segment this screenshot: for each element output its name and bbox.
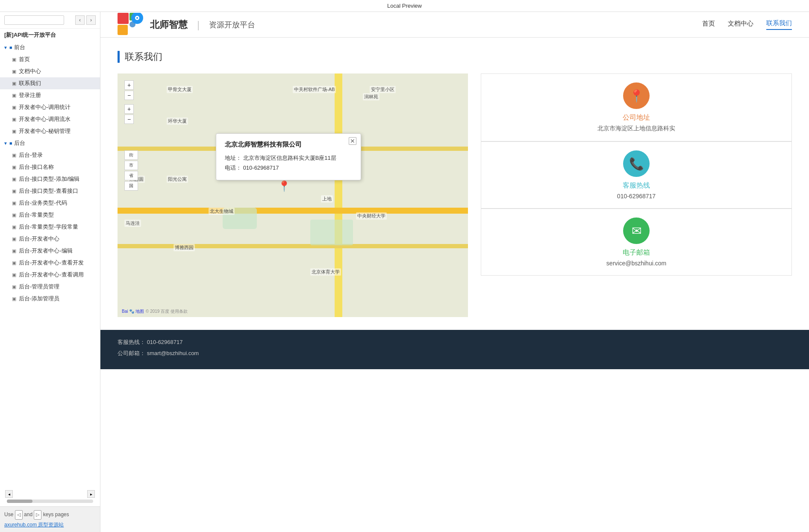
sidebar-item-label: 后台-开发者中心: [19, 235, 59, 243]
zoom-out-button[interactable]: −: [124, 91, 134, 100]
sidebar-item-admin-dev[interactable]: ▣ 后台-开发者中心: [0, 233, 100, 245]
sidebar-item-label: 后台-常量类型: [19, 211, 54, 219]
map-background: 甲骨文大厦 中关村软件广场-AB 安宁里小区 环华大厦 国际软件大厦-2区 东园…: [118, 73, 468, 317]
sidebar-item-admin-dev-view[interactable]: ▣ 后台-开发者中心-查看开发: [0, 257, 100, 269]
page-icon: ▣: [12, 272, 16, 278]
zoom-plus-button[interactable]: +: [124, 104, 134, 114]
sidebar-item-label: 文档中心: [19, 68, 41, 75]
group-icon: ■: [9, 141, 12, 146]
phone-card-label: 客服热线: [623, 181, 650, 190]
map-type-country[interactable]: 国: [124, 181, 138, 191]
page-icon: ▣: [12, 57, 16, 62]
zoom-minus-button[interactable]: −: [124, 115, 134, 124]
nav-home[interactable]: 首页: [702, 20, 715, 29]
map-label-13: 北京体育大学: [310, 268, 341, 276]
zoom-in-button[interactable]: +: [124, 80, 134, 90]
sidebar-item-admin-login[interactable]: ▣ 后台-登录: [0, 149, 100, 161]
axure-link[interactable]: axurehub.com 原型资源站: [4, 522, 64, 528]
sidebar-item-dev-secret[interactable]: ▣ 开发者中心-秘钥管理: [0, 125, 100, 137]
baidu-logo: Bai 🐾 地图: [122, 309, 144, 314]
footer-email: 公司邮箱： smart@bszhihui.com: [118, 350, 199, 357]
map-type-district[interactable]: 市: [124, 161, 138, 170]
hint-keys: keys: [43, 511, 54, 517]
sidebar-group-frontend[interactable]: ▼ ■ 前台: [0, 41, 100, 53]
sidebar-item-admin-api-view[interactable]: ▣ 后台-接口类型-查看接口: [0, 185, 100, 197]
sidebar-item-label: 后台-开发者中心-编辑: [19, 247, 73, 255]
nav-docs[interactable]: 文档中心: [728, 20, 753, 29]
content-area: 北师智慧 | 资源开放平台 首页 文档中心 联系我们 联系我们: [100, 12, 809, 532]
map-type-province[interactable]: 省: [124, 171, 138, 180]
search-input[interactable]: [4, 15, 64, 25]
sidebar-item-login[interactable]: ▣ 登录注册: [0, 89, 100, 101]
map-label-14: 润林苑: [363, 93, 379, 100]
address-card-value: 北京市海淀区上地信息路科实: [597, 125, 675, 132]
sidebar-scrollbar-thumb[interactable]: [7, 500, 32, 503]
sidebar-item-label: 后台-登录: [19, 151, 43, 159]
scroll-right-btn[interactable]: ▸: [87, 490, 95, 498]
main-layout: ‹ › [新]API统一开放平台 ▼ ■ 前台 ▣ 首页 ▣ 文档中心 ▣ 联: [0, 12, 809, 532]
map-type-street[interactable]: 街: [124, 150, 138, 160]
map-area[interactable]: 甲骨文大厦 中关村软件广场-AB 安宁里小区 环华大厦 国际软件大厦-2区 东园…: [118, 73, 468, 317]
map-label-12: 中央财经大学: [356, 212, 387, 220]
page-icon: ▣: [12, 188, 16, 194]
hint-and: and: [24, 511, 32, 517]
map-popup-phone: 电话： 010-62968717: [225, 163, 352, 173]
email-card-value: service@bszhihui.com: [606, 260, 666, 267]
page-icon: ▣: [12, 224, 16, 230]
sidebar-item-contact[interactable]: ▣ 联系我们: [0, 77, 100, 89]
scroll-left-btn[interactable]: ◂: [5, 490, 13, 498]
map-zoom-controls: + − + −: [124, 80, 134, 124]
sidebar-item-admin-add-mgr[interactable]: ▣ 后台-添加管理员: [0, 293, 100, 305]
page-icon: ▣: [12, 212, 16, 218]
nav-contact[interactable]: 联系我们: [766, 19, 792, 30]
map-park3: [310, 220, 353, 245]
page-icon: ▣: [12, 200, 16, 206]
sidebar: ‹ › [新]API统一开放平台 ▼ ■ 前台 ▣ 首页 ▣ 文档中心 ▣ 联: [0, 12, 100, 532]
sidebar-project-title: [新]API统一开放平台: [0, 29, 100, 41]
group-icon: ■: [9, 45, 12, 50]
sidebar-item-docs[interactable]: ▣ 文档中心: [0, 65, 100, 77]
sidebar-scrollbar[interactable]: [7, 500, 93, 503]
sidebar-group-backend[interactable]: ▼ ■ 后台: [0, 137, 100, 149]
map-label-10: 博雅西园: [174, 244, 195, 251]
nav-next-button[interactable]: ›: [86, 15, 96, 25]
group-label-backend: 后台: [14, 139, 25, 147]
nav-prev-button[interactable]: ‹: [75, 15, 85, 25]
sidebar-item-admin-mgr[interactable]: ▣ 后台-管理员管理: [0, 281, 100, 293]
logo-svg: [118, 13, 143, 36]
map-location-pin: 📍: [278, 180, 291, 192]
sidebar-item-admin-api[interactable]: ▣ 后台-接口名称: [0, 161, 100, 173]
map-popup-address: 地址： 北京市海淀区信息路科实大厦B座11层: [225, 153, 352, 163]
sidebar-item-label: 后台-接口类型-查看接口: [19, 187, 78, 195]
map-popup-close-button[interactable]: ✕: [349, 137, 356, 145]
sidebar-item-home[interactable]: ▣ 首页: [0, 53, 100, 65]
sidebar-item-admin-biz[interactable]: ▣ 后台-业务类型-代码: [0, 197, 100, 209]
sidebar-item-dev-stats[interactable]: ▣ 开发者中心-调用统计: [0, 101, 100, 113]
sidebar-items: ▼ ■ 前台 ▣ 首页 ▣ 文档中心 ▣ 联系我们 ▣ 登录注册 ▣: [0, 41, 100, 488]
email-card-label: 电子邮箱: [623, 248, 650, 257]
sidebar-item-admin-dev-edit[interactable]: ▣ 后台-开发者中心-编辑: [0, 245, 100, 257]
sidebar-item-label: 后台-开发者中心-查看开发: [19, 259, 84, 267]
phone-icon-circle: 📞: [623, 150, 650, 177]
hint-pages: pages: [55, 511, 69, 517]
sidebar-item-label: 后台-业务类型-代码: [19, 199, 67, 207]
arrow-icon: ▼: [3, 45, 8, 50]
map-label-8: 北大生物城: [209, 208, 235, 215]
email-icon-circle: ✉: [623, 218, 650, 244]
sidebar-item-admin-const-grade[interactable]: ▣ 后台-常量类型-学段常量: [0, 221, 100, 233]
sidebar-footer: Use ◁ and ▷ keys pages axurehub.com 原型资源…: [0, 506, 100, 532]
arrow-icon: ▼: [3, 141, 8, 146]
main-content-row: 甲骨文大厦 中关村软件广场-AB 安宁里小区 环华大厦 国际软件大厦-2区 东园…: [118, 73, 792, 317]
map-popup: ✕ 北京北师智慧科技有限公司 地址： 北京市海淀区信息路科实大厦B座11层 电话…: [216, 133, 361, 180]
sidebar-item-admin-api-add[interactable]: ▣ 后台-接口类型-添加/编辑: [0, 173, 100, 185]
page-content: 联系我们: [100, 38, 809, 330]
map-road-vertical: [335, 73, 342, 317]
address-icon-circle: 📍: [623, 82, 650, 109]
sidebar-item-admin-const[interactable]: ▣ 后台-常量类型: [0, 209, 100, 221]
sidebar-item-dev-flow[interactable]: ▣ 开发者中心-调用流水: [0, 113, 100, 125]
page-title: 联系我们: [125, 50, 162, 63]
sidebar-item-admin-dev-stats[interactable]: ▣ 后台-开发者中心-查看调用: [0, 269, 100, 281]
sidebar-item-label: 登录注册: [19, 91, 41, 99]
phone-label: 电话：: [225, 165, 241, 171]
map-container: 甲骨文大厦 中关村软件广场-AB 安宁里小区 环华大厦 国际软件大厦-2区 东园…: [118, 73, 468, 317]
